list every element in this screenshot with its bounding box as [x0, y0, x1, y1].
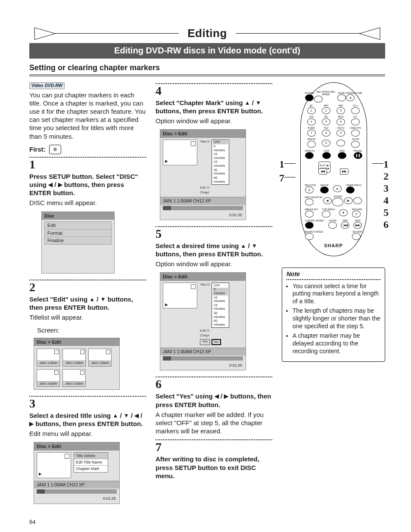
remote-button [337, 94, 346, 101]
step-4-result: Option window will appear. [156, 117, 272, 125]
up-arrow-icon: ▲ [89, 296, 95, 302]
step-3-instruction: Select a desired title using ▲ / ▼ / ◀ /… [29, 411, 146, 428]
step-separator [29, 280, 146, 280]
subsection-title: Setting or clearing chapter markers [29, 63, 385, 73]
step-5-result: Option window will appear. [156, 260, 272, 268]
progress-bar [163, 356, 243, 361]
remote-button [346, 187, 355, 193]
note-box: Note You cannot select a time for puttin… [282, 268, 385, 362]
note-list: You cannot select a time for putting mar… [286, 283, 380, 355]
timecode: 0:01:25 [160, 213, 246, 220]
step-7-instruction: After writing to disc is completed, pres… [156, 455, 272, 480]
remote-brand: SHARP [305, 243, 362, 248]
remote-button: ▶ [344, 197, 353, 204]
step-number-4: 4 [156, 85, 272, 97]
remote-button [336, 140, 345, 146]
yes-no-selector: Yes No [200, 339, 229, 345]
remote-button [351, 107, 360, 114]
note-item: The length of chapters may be slightly l… [293, 307, 380, 330]
progress-bar [37, 489, 117, 494]
disc-type-badge: Video DVD-RW [29, 82, 65, 89]
remote-callout-right: 4 [383, 195, 389, 205]
remote-button [353, 197, 362, 204]
down-arrow-icon: ▼ [252, 243, 257, 249]
step-separator [29, 396, 146, 397]
chapter-mark-panel: Disc > Edit ▶ Title D OFF 5 minutes 10 m… [160, 129, 246, 220]
title-thumb: JAN/1 4:00AM [37, 369, 60, 387]
status-text: JAN/ 1 1:00AM CH12 XP [163, 349, 211, 355]
double-rule [29, 75, 385, 76]
remote-button: 6 [336, 118, 345, 125]
remote-button: 2 [322, 107, 330, 114]
remote-callout-right: 2 [383, 171, 389, 181]
remote-button: 9 [336, 130, 345, 137]
intro-text: You can put chapter markers in each titl… [29, 91, 146, 140]
page-top-ornament: Editing [29, 26, 385, 41]
remote-callout-left: 7 [279, 173, 296, 183]
step-number-7: 7 [156, 441, 272, 453]
screen-label: Screen: [37, 326, 146, 334]
remote-callout-left: 1 [279, 159, 296, 169]
step-number-6: 6 [156, 378, 272, 390]
title-preview: ▶ [163, 140, 197, 165]
remote-diagram: 1 7 1 2 3 4 5 6 POWER REC MODE REC SPEED… [282, 81, 385, 256]
menu-item: Edit [45, 222, 111, 230]
step-separator [156, 226, 272, 227]
remote-button [320, 187, 329, 193]
titlelist-panel: Disc > Edit JAN/1 1:00AM JAN/1 2:00AM JA… [34, 338, 120, 390]
step-6-body: A chapter marker will be added. If you s… [156, 411, 272, 436]
remote-button: |◀◀ [341, 222, 349, 229]
up-arrow-icon: ▲ [112, 412, 118, 419]
title-thumb: JAN/1 5:30AM [62, 369, 86, 387]
remote-callout-right: 5 [383, 207, 389, 218]
time-popup: OFF 5 minutes 10 minutes 15 minutes 30 m… [212, 140, 229, 185]
page-title: Editing [179, 26, 236, 40]
disc-menu-list: Edit Format Finalize [44, 221, 112, 245]
title-thumb: JAN/1 2:00AM [62, 348, 86, 366]
status-text: JAN/ 1 1:00AM CH12 XP [37, 482, 85, 488]
remote-button: 7 [307, 130, 316, 137]
remote-button: 0 [322, 140, 330, 146]
remote-button: ▲ [346, 94, 355, 101]
remote-button [307, 141, 316, 148]
remote-callout-right: 6 [383, 219, 389, 230]
enter-button [332, 198, 343, 206]
section-banner: Editing DVD-RW discs in Video mode (cont… [29, 43, 385, 59]
remote-button: ▲ [333, 185, 342, 192]
first-label: First: [29, 145, 46, 153]
left-arrow-icon: ◀ [215, 393, 219, 399]
title-thumb: JAN/1 3:00AM [88, 348, 112, 366]
remote-button [351, 141, 360, 148]
remote-callout-right: 1 [372, 159, 389, 169]
down-arrow-icon: ▼ [124, 412, 129, 419]
down-arrow-icon: ▼ [100, 296, 106, 302]
remote-button: 4 [307, 118, 316, 125]
remote-button: ◀ [323, 197, 332, 204]
remote-button [314, 96, 323, 103]
right-arrow-icon: ▶ [224, 393, 228, 399]
title-thumb: JAN/1 1:00AM [37, 348, 60, 366]
step-6-instruction: Select "Yes" using ◀ / ▶ buttons, then p… [156, 392, 272, 408]
remote-button [352, 233, 361, 240]
step-separator [29, 157, 146, 158]
status-text: JAN/ 1 1:00AM CH12 XP [163, 199, 211, 204]
remote-button: ● [305, 187, 314, 193]
edit-menu-panel: Disc > Edit ▶ Title Delete Edit Title Na… [34, 442, 120, 504]
column-1: Video DVD-RW You can put chapter markers… [29, 81, 146, 510]
step-2-instruction: Select "Edit" using ▲ / ▼ buttons, then … [29, 295, 146, 311]
remote-button [305, 211, 314, 218]
right-arrow-icon: ▶ [29, 420, 34, 427]
remote-button: ↺ [352, 211, 361, 218]
time-select-panel: Disc > Edit ▶ Title D OFF 5 minutes 10 m… [160, 272, 246, 370]
step-number-1: 1 [29, 159, 146, 171]
remote-button [338, 152, 346, 159]
step-3-result: Edit menu will appear. [29, 429, 146, 438]
edit-option: Title Delete [74, 453, 108, 459]
remote-button: 8 [322, 130, 330, 137]
remote-button [305, 94, 314, 101]
time-popup: OFF 5 minutes 10 minutes 15 minutes 30 m… [212, 283, 229, 328]
remote-button [351, 130, 360, 137]
right-arrow-icon: ▶ [58, 181, 62, 188]
progress-bar [163, 206, 243, 210]
rewind-button: ◀◀ [318, 168, 327, 174]
